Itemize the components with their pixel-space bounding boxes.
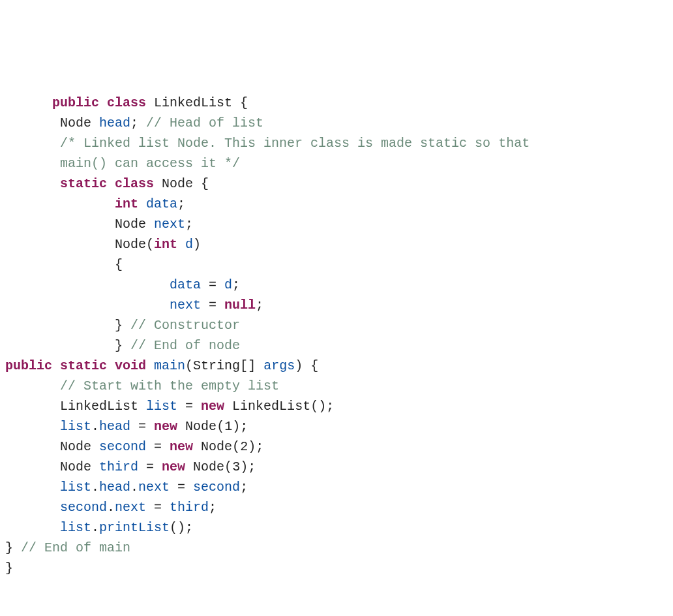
indent [5,136,60,151]
indent [5,318,115,333]
token-id: second [99,439,146,454]
token-mth: main [154,358,185,373]
token-pun: = [146,500,170,515]
token-id: next [138,480,170,495]
indent [5,480,60,495]
indent [5,196,115,211]
token-id: d [224,277,232,292]
token-pun [185,459,193,474]
code-line: } // End of main [5,538,668,558]
token-pun: ; [130,116,146,131]
token-kw: null [224,298,256,313]
token-pun: (); [310,399,334,414]
token-pun [99,95,107,110]
token-id: head [99,116,130,131]
indent [5,176,60,191]
indent [5,378,60,393]
token-id: data [146,196,177,211]
token-pun: ); [240,459,256,474]
token-cmt: // Head of list [146,116,263,131]
token-cls: Node [115,237,146,252]
code-line: { [5,254,668,275]
token-kw: public [52,95,99,110]
token-id: next [154,217,185,232]
token-pun: ( [146,237,154,252]
token-pun: ; [209,500,217,515]
token-kw: void [115,358,146,373]
token-pun [224,399,232,414]
token-pun: ); [232,419,248,434]
token-pun: ; [177,196,185,211]
token-pun: { [232,95,248,110]
token-id: list [60,419,91,434]
indent [5,419,60,434]
indent [5,399,60,414]
code-line: data = d; [5,275,668,295]
token-pun: = [130,419,154,434]
code-line: int data; [5,194,668,214]
token-kw: int [115,196,138,211]
token-kw: public [5,358,52,373]
token-id: d [185,237,193,252]
token-id: args [263,358,295,373]
code-line: next = null; [5,295,668,315]
token-id: next [170,298,201,313]
token-kw: new [154,419,177,434]
token-id: second [60,500,107,515]
token-id: head [99,480,130,495]
token-id: second [193,480,240,495]
indent [5,459,60,474]
token-pun: = [201,298,224,313]
code-line: Node next; [5,214,668,234]
code-line: Node third = new Node(3); [5,457,668,477]
token-cmt: // Start with the empty list [60,378,279,393]
token-cls: (String[] [185,358,263,373]
token-cls: LinkedList [232,399,310,414]
token-num: 3 [232,459,240,474]
code-line: Node(int d) [5,234,668,254]
token-kw: new [201,399,224,414]
indent [5,500,60,515]
token-pun: . [130,480,138,495]
token-pun: = [170,480,193,495]
indent [5,277,170,292]
code-line: } // End of node [5,335,668,356]
token-pun: } [5,561,13,576]
token-pun [107,176,115,191]
indent [5,116,60,131]
token-id: third [99,459,138,474]
code-line: // Start with the empty list [5,376,668,396]
token-pun: } [115,338,130,353]
token-pun: ) [193,237,201,252]
token-cmt: /* Linked list Node. This inner class is… [60,136,530,151]
token-kw: new [170,439,193,454]
token-pun: = [201,277,224,292]
code-line: Node head; // Head of list [5,113,668,133]
token-pun: { [115,257,123,272]
token-cls: Node [185,419,217,434]
token-pun [138,196,146,211]
token-id: head [99,419,130,434]
token-pun [177,419,185,434]
token-cmt: // Constructor [130,318,240,333]
code-line: } // Constructor [5,315,668,335]
token-pun: . [91,520,99,535]
java-code-snippet: public class LinkedList { Node head; // … [5,93,668,578]
token-kw: class [107,95,146,110]
token-mth: printList [99,520,170,535]
token-pun: . [91,480,99,495]
token-pun: } [115,318,130,333]
token-id: list [60,520,91,535]
token-pun: ; [185,217,193,232]
code-line: static class Node { [5,174,668,194]
code-line: Node second = new Node(2); [5,437,668,457]
token-cls: Node [60,116,99,131]
token-cls: Node [60,459,99,474]
code-line: /* Linked list Node. This inner class is… [5,133,668,153]
token-id: third [170,500,209,515]
code-line: list.head.next = second; [5,477,668,497]
token-pun [52,358,60,373]
indent [5,298,170,313]
code-line: list.printList(); [5,517,668,538]
token-pun: { [193,176,209,191]
